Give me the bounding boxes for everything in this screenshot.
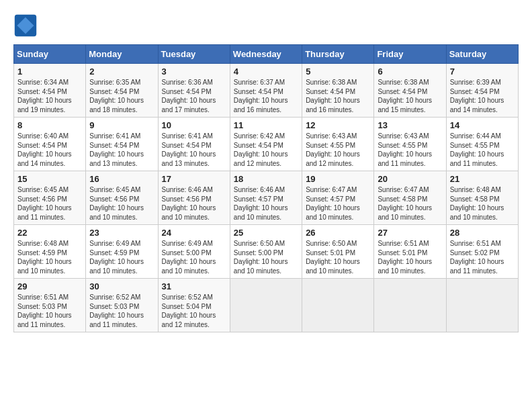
day-number: 8 [17, 120, 82, 130]
day-number: 5 [306, 66, 370, 77]
day-info: Sunrise: 6:45 AM Sunset: 4:56 PM Dayligh… [89, 185, 154, 222]
day-number: 17 [162, 174, 226, 184]
calendar-week-row: 15Sunrise: 6:45 AM Sunset: 4:56 PM Dayli… [14, 171, 519, 225]
day-info: Sunrise: 6:40 AM Sunset: 4:54 PM Dayligh… [17, 132, 82, 168]
calendar-cell: 9Sunrise: 6:41 AM Sunset: 4:54 PM Daylig… [86, 118, 158, 171]
calendar-cell: 14Sunrise: 6:44 AM Sunset: 4:55 PM Dayli… [446, 118, 518, 171]
day-number: 30 [89, 281, 154, 291]
calendar-cell: 12Sunrise: 6:43 AM Sunset: 4:55 PM Dayli… [302, 118, 374, 171]
day-number: 10 [162, 120, 226, 130]
calendar-cell: 8Sunrise: 6:40 AM Sunset: 4:54 PM Daylig… [14, 118, 86, 171]
day-info: Sunrise: 6:38 AM Sunset: 4:54 PM Dayligh… [306, 78, 370, 114]
calendar-cell: 25Sunrise: 6:50 AM Sunset: 5:00 PM Dayli… [230, 225, 302, 279]
day-number: 29 [17, 281, 82, 291]
calendar-cell: 4Sunrise: 6:37 AM Sunset: 4:54 PM Daylig… [230, 64, 302, 118]
day-info: Sunrise: 6:47 AM Sunset: 4:57 PM Dayligh… [306, 185, 370, 222]
day-info: Sunrise: 6:52 AM Sunset: 5:03 PM Dayligh… [89, 293, 154, 329]
calendar-cell: 21Sunrise: 6:48 AM Sunset: 4:58 PM Dayli… [446, 171, 518, 225]
day-number: 20 [378, 174, 442, 184]
calendar-header-row: SundayMondayTuesdayWednesdayThursdayFrid… [14, 45, 519, 64]
calendar-cell: 31Sunrise: 6:52 AM Sunset: 5:04 PM Dayli… [158, 279, 230, 332]
day-info: Sunrise: 6:34 AM Sunset: 4:54 PM Dayligh… [17, 78, 82, 114]
logo-icon [13, 13, 38, 38]
calendar-table: SundayMondayTuesdayWednesdayThursdayFrid… [13, 44, 519, 332]
calendar-cell: 1Sunrise: 6:34 AM Sunset: 4:54 PM Daylig… [14, 64, 86, 118]
day-info: Sunrise: 6:51 AM Sunset: 5:01 PM Dayligh… [378, 239, 442, 275]
day-number: 19 [306, 174, 370, 184]
day-number: 31 [162, 281, 226, 291]
day-info: Sunrise: 6:46 AM Sunset: 4:57 PM Dayligh… [234, 185, 298, 222]
calendar-cell: 6Sunrise: 6:38 AM Sunset: 4:54 PM Daylig… [374, 64, 446, 118]
day-number: 13 [378, 120, 442, 130]
calendar-cell: 23Sunrise: 6:49 AM Sunset: 4:59 PM Dayli… [86, 225, 158, 279]
day-number: 12 [306, 120, 370, 130]
day-number: 3 [162, 66, 226, 77]
calendar-cell: 30Sunrise: 6:52 AM Sunset: 5:03 PM Dayli… [86, 279, 158, 332]
day-info: Sunrise: 6:52 AM Sunset: 5:04 PM Dayligh… [162, 293, 226, 329]
calendar-cell: 24Sunrise: 6:49 AM Sunset: 5:00 PM Dayli… [158, 225, 230, 279]
calendar-cell: 26Sunrise: 6:50 AM Sunset: 5:01 PM Dayli… [302, 225, 374, 279]
day-number: 4 [234, 66, 298, 77]
calendar-cell: 5Sunrise: 6:38 AM Sunset: 4:54 PM Daylig… [302, 64, 374, 118]
calendar-week-row: 1Sunrise: 6:34 AM Sunset: 4:54 PM Daylig… [14, 64, 519, 118]
day-info: Sunrise: 6:43 AM Sunset: 4:55 PM Dayligh… [306, 132, 370, 168]
logo [13, 13, 40, 38]
calendar-cell [374, 279, 446, 332]
calendar-cell: 28Sunrise: 6:51 AM Sunset: 5:02 PM Dayli… [446, 225, 518, 279]
day-number: 2 [89, 66, 154, 77]
day-info: Sunrise: 6:49 AM Sunset: 5:00 PM Dayligh… [162, 239, 226, 275]
day-info: Sunrise: 6:43 AM Sunset: 4:55 PM Dayligh… [378, 132, 442, 168]
day-number: 28 [450, 228, 515, 238]
calendar-cell: 10Sunrise: 6:41 AM Sunset: 4:54 PM Dayli… [158, 118, 230, 171]
calendar-col-sunday: Sunday [14, 45, 86, 64]
day-info: Sunrise: 6:47 AM Sunset: 4:58 PM Dayligh… [378, 185, 442, 222]
calendar-week-row: 29Sunrise: 6:51 AM Sunset: 5:03 PM Dayli… [14, 279, 519, 332]
day-number: 9 [89, 120, 154, 130]
calendar-cell [446, 279, 518, 332]
calendar-cell: 17Sunrise: 6:46 AM Sunset: 4:56 PM Dayli… [158, 171, 230, 225]
day-number: 21 [450, 174, 515, 184]
day-number: 11 [234, 120, 298, 130]
day-number: 22 [17, 228, 82, 238]
day-info: Sunrise: 6:49 AM Sunset: 4:59 PM Dayligh… [89, 239, 154, 275]
calendar-cell [230, 279, 302, 332]
day-info: Sunrise: 6:48 AM Sunset: 4:58 PM Dayligh… [450, 185, 515, 222]
calendar-col-saturday: Saturday [446, 45, 518, 64]
day-info: Sunrise: 6:51 AM Sunset: 5:03 PM Dayligh… [17, 293, 82, 329]
day-info: Sunrise: 6:46 AM Sunset: 4:56 PM Dayligh… [162, 185, 226, 222]
day-number: 27 [378, 228, 442, 238]
day-info: Sunrise: 6:51 AM Sunset: 5:02 PM Dayligh… [450, 239, 515, 275]
calendar-col-wednesday: Wednesday [230, 45, 302, 64]
day-number: 6 [378, 66, 442, 77]
calendar-week-row: 8Sunrise: 6:40 AM Sunset: 4:54 PM Daylig… [14, 118, 519, 171]
day-info: Sunrise: 6:45 AM Sunset: 4:56 PM Dayligh… [17, 185, 82, 222]
day-number: 15 [17, 174, 82, 184]
day-info: Sunrise: 6:39 AM Sunset: 4:54 PM Dayligh… [450, 78, 515, 114]
calendar-cell: 20Sunrise: 6:47 AM Sunset: 4:58 PM Dayli… [374, 171, 446, 225]
day-info: Sunrise: 6:42 AM Sunset: 4:54 PM Dayligh… [234, 132, 298, 168]
calendar-cell: 11Sunrise: 6:42 AM Sunset: 4:54 PM Dayli… [230, 118, 302, 171]
calendar-cell: 15Sunrise: 6:45 AM Sunset: 4:56 PM Dayli… [14, 171, 86, 225]
day-info: Sunrise: 6:38 AM Sunset: 4:54 PM Dayligh… [378, 78, 442, 114]
day-info: Sunrise: 6:41 AM Sunset: 4:54 PM Dayligh… [89, 132, 154, 168]
calendar-col-tuesday: Tuesday [158, 45, 230, 64]
day-info: Sunrise: 6:37 AM Sunset: 4:54 PM Dayligh… [234, 78, 298, 114]
calendar-cell: 7Sunrise: 6:39 AM Sunset: 4:54 PM Daylig… [446, 64, 518, 118]
day-info: Sunrise: 6:50 AM Sunset: 5:01 PM Dayligh… [306, 239, 370, 275]
calendar-cell: 2Sunrise: 6:35 AM Sunset: 4:54 PM Daylig… [86, 64, 158, 118]
calendar-week-row: 22Sunrise: 6:48 AM Sunset: 4:59 PM Dayli… [14, 225, 519, 279]
calendar-cell: 18Sunrise: 6:46 AM Sunset: 4:57 PM Dayli… [230, 171, 302, 225]
day-number: 23 [89, 228, 154, 238]
day-info: Sunrise: 6:48 AM Sunset: 4:59 PM Dayligh… [17, 239, 82, 275]
day-number: 7 [450, 66, 515, 77]
calendar-col-monday: Monday [86, 45, 158, 64]
calendar-cell: 27Sunrise: 6:51 AM Sunset: 5:01 PM Dayli… [374, 225, 446, 279]
day-number: 1 [17, 66, 82, 77]
calendar-col-friday: Friday [374, 45, 446, 64]
day-number: 16 [89, 174, 154, 184]
calendar-cell: 29Sunrise: 6:51 AM Sunset: 5:03 PM Dayli… [14, 279, 86, 332]
calendar-cell [302, 279, 374, 332]
calendar-col-thursday: Thursday [302, 45, 374, 64]
day-info: Sunrise: 6:44 AM Sunset: 4:55 PM Dayligh… [450, 132, 515, 168]
page-header [13, 13, 519, 38]
